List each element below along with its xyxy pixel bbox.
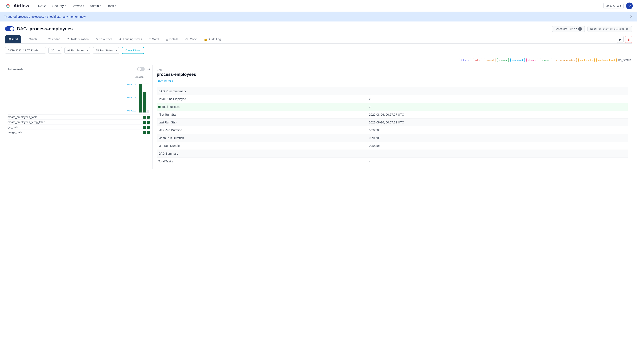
task-dot-2[interactable] bbox=[147, 126, 150, 129]
filters-row: 25 50 100 All Run Types All Run States C… bbox=[5, 47, 632, 54]
dag-summary-header-row: DAG Summary bbox=[157, 150, 628, 158]
dag-title-area: DAG: process-employees bbox=[5, 26, 73, 32]
total-runs-row: Total Runs Displayed 2 bbox=[157, 95, 628, 103]
dag-header: DAG: process-employees Schedule: 0 0 * *… bbox=[5, 26, 632, 32]
last-run-row: Last Run Start 2022-08-26, 00:57:32 UTC bbox=[157, 118, 628, 126]
expand-icon[interactable]: ⇥ bbox=[147, 68, 150, 71]
delete-dag-button[interactable]: 🗑 bbox=[625, 36, 632, 43]
notification-banner: Triggered process-employees, it should s… bbox=[0, 12, 637, 22]
status-upstream-failed: upstream_failed bbox=[596, 58, 616, 62]
min-duration-label: Min Run Duration bbox=[157, 142, 367, 150]
dag-detail-label: DAG bbox=[157, 69, 628, 71]
task-dot-1[interactable] bbox=[143, 121, 146, 124]
total-tasks-row: Total Tasks 4 bbox=[157, 158, 628, 165]
time-display[interactable]: 00:57 UTC ▾ bbox=[603, 3, 624, 8]
mean-duration-value: 00:00:03 bbox=[367, 134, 628, 142]
bar-run-1[interactable] bbox=[139, 84, 142, 113]
next-run-badge: Next Run: 2022-08-26, 00:00:00 bbox=[587, 26, 632, 32]
tab-grid[interactable]: ⊞ Grid bbox=[5, 36, 21, 44]
tab-audit-log[interactable]: 🔒 Audit Log bbox=[200, 36, 224, 44]
total-tasks-value: 4 bbox=[367, 158, 628, 165]
logo-area[interactable]: Airflow bbox=[4, 2, 29, 10]
nav-browse[interactable]: Browse ▾ bbox=[69, 3, 86, 9]
total-success-value: 2 bbox=[367, 103, 628, 111]
task-duration-icon: ⏱ bbox=[66, 38, 69, 41]
y-label-mid: 00:00:01 bbox=[127, 96, 136, 99]
detail-table: DAG Runs Summary Total Runs Displayed 2 … bbox=[157, 88, 628, 165]
total-runs-label: Total Runs Displayed bbox=[157, 95, 367, 103]
task-dot-2[interactable] bbox=[147, 131, 150, 134]
dag-detail-name: process-employees bbox=[157, 72, 628, 77]
tab-graph[interactable]: ⋮ Graph bbox=[21, 36, 40, 44]
schedule-badge: Schedule: 0 0 * * * i bbox=[552, 26, 585, 32]
dag-enable-toggle[interactable] bbox=[5, 26, 14, 32]
status-up-for-reschedule: up_for_reschedule bbox=[554, 58, 577, 62]
calendar-icon: ☰ bbox=[44, 38, 46, 41]
svg-marker-2 bbox=[7, 7, 9, 9]
security-chevron: ▾ bbox=[65, 5, 66, 7]
tab-task-duration[interactable]: ⏱ Task Duration bbox=[63, 36, 92, 44]
mean-duration-label: Mean Run Duration bbox=[157, 134, 367, 142]
time-chevron: ▾ bbox=[620, 4, 621, 7]
task-dot-2[interactable] bbox=[147, 116, 150, 118]
status-up-for-retry: up_for_retry bbox=[578, 58, 595, 62]
schedule-info-icon[interactable]: i bbox=[578, 27, 582, 31]
user-avatar[interactable]: AA bbox=[626, 2, 633, 9]
task-row: create_employees_table bbox=[8, 114, 150, 120]
tab-calendar[interactable]: ☰ Calendar bbox=[40, 36, 63, 44]
task-dot-1[interactable] bbox=[143, 116, 146, 118]
run-states-select[interactable]: All Run States bbox=[93, 47, 119, 54]
task-dots bbox=[143, 121, 150, 124]
status-deferred: deferred bbox=[459, 58, 471, 62]
count-select[interactable]: 25 50 100 bbox=[48, 47, 62, 54]
run-dag-button[interactable]: ▶ bbox=[617, 36, 624, 43]
banner-close-button[interactable]: ✕ bbox=[630, 14, 633, 19]
nav-right: 00:57 UTC ▾ AA bbox=[603, 2, 633, 9]
status-running: running bbox=[497, 58, 509, 62]
autorefresh-toggle[interactable] bbox=[137, 67, 145, 71]
status-success: success bbox=[540, 58, 552, 62]
date-filter-input[interactable] bbox=[5, 47, 46, 54]
total-tasks-label: Total Tasks bbox=[157, 158, 367, 165]
status-no-status: no_status bbox=[618, 58, 631, 62]
grid-icon: ⊞ bbox=[8, 38, 11, 41]
first-run-value: 2022-08-26, 00:57:07 UTC bbox=[367, 111, 628, 118]
tab-task-tries[interactable]: ↻ Task Tries bbox=[92, 36, 116, 44]
autorefresh-bar: Auto-refresh ⇥ bbox=[5, 65, 152, 73]
tab-landing-times[interactable]: ✈ Landing Times bbox=[116, 36, 146, 44]
first-run-label: First Run Start bbox=[157, 111, 367, 118]
max-duration-row: Max Run Duration 00:00:03 bbox=[157, 126, 628, 134]
status-legend: deferred failed queued running scheduled… bbox=[5, 58, 632, 62]
min-duration-value: 00:00:03 bbox=[367, 142, 628, 150]
runs-summary-header-row: DAG Runs Summary bbox=[157, 88, 628, 95]
tab-details[interactable]: △ Details bbox=[162, 36, 182, 44]
admin-chevron: ▾ bbox=[100, 5, 101, 7]
nav-dags[interactable]: DAGs bbox=[36, 3, 49, 9]
task-tries-icon: ↻ bbox=[96, 38, 98, 41]
nav-admin[interactable]: Admin ▾ bbox=[88, 3, 104, 9]
run-types-select[interactable]: All Run Types bbox=[64, 47, 90, 54]
svg-marker-3 bbox=[5, 5, 7, 6]
task-dots bbox=[143, 131, 150, 134]
airflow-logo-icon bbox=[4, 2, 12, 10]
tab-code[interactable]: <> Code bbox=[182, 36, 200, 44]
main-content-grid: Auto-refresh ⇥ Duration 00:00:03 00:00:0… bbox=[5, 65, 632, 169]
right-panel: DAG process-employees DAG Details DAG Ru… bbox=[152, 65, 632, 169]
task-row: merge_data bbox=[8, 130, 150, 134]
task-dot-1[interactable] bbox=[143, 131, 146, 134]
landing-times-icon: ✈ bbox=[119, 38, 122, 41]
task-dot-2[interactable] bbox=[147, 121, 150, 124]
dag-title: DAG: process-employees bbox=[17, 26, 73, 32]
task-dot-1[interactable] bbox=[143, 126, 146, 129]
task-name: merge_data bbox=[8, 130, 143, 134]
view-tabs: ⊞ Grid ⋮ Graph ☰ Calendar ⏱ Task Duratio… bbox=[5, 36, 632, 44]
nav-security[interactable]: Security ▾ bbox=[50, 3, 68, 9]
status-queued: queued bbox=[484, 58, 496, 62]
tab-gantt[interactable]: ≡ Gantt bbox=[146, 36, 162, 44]
left-panel: Auto-refresh ⇥ Duration 00:00:03 00:00:0… bbox=[5, 65, 152, 169]
clear-filters-button[interactable]: Clear Filters bbox=[122, 47, 144, 54]
bar-run-2[interactable] bbox=[143, 92, 146, 113]
nav-docs[interactable]: Docs ▾ bbox=[104, 3, 118, 9]
audit-log-icon: 🔒 bbox=[204, 38, 207, 41]
dag-details-tab[interactable]: DAG Details bbox=[157, 80, 173, 84]
